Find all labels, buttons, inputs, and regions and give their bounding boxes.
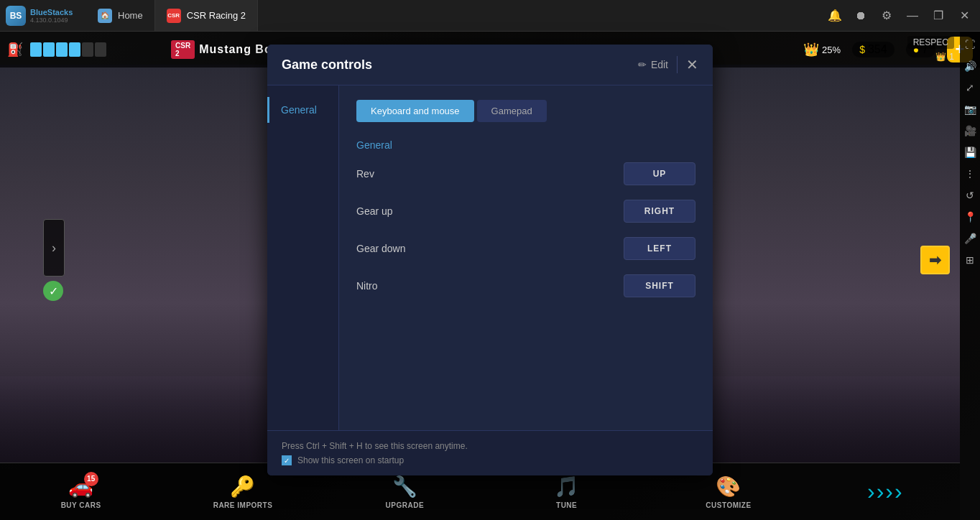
gear-down-control-row: Gear down LEFT xyxy=(356,237,695,260)
rev-key: UP xyxy=(653,169,667,179)
race-arrow-4: › xyxy=(895,478,902,505)
expand-btn[interactable]: ⤢ xyxy=(961,78,979,98)
customize-icon: 🎨 xyxy=(716,475,741,498)
footer-text-area: Press Ctrl + Shift + H to see this scree… xyxy=(282,441,468,465)
fullscreen-btn[interactable]: ⛶ xyxy=(961,34,979,55)
crown-area: 👑 1 xyxy=(935,52,954,62)
location-btn[interactable]: 📍 xyxy=(961,207,979,227)
fuel-bar-6 xyxy=(95,42,106,57)
rare-imports-btn[interactable]: 🔑 RARE IMPORTS xyxy=(162,469,323,515)
top-bar: BS BlueStacks 4.130.0.1049 🏠 Home CSR CS… xyxy=(0,0,980,32)
crown-icon: 👑 xyxy=(935,52,946,62)
camera-btn[interactable]: 🎥 xyxy=(961,121,979,141)
buy-cars-badge: 15 xyxy=(84,472,98,486)
game-controls-dialog: Game controls ✏ Edit ✕ General Keyboard … xyxy=(267,45,713,475)
rev-label: Rev xyxy=(356,168,624,180)
settings-btn[interactable]: ⚙ xyxy=(877,6,897,26)
gamepad-label: Gamepad xyxy=(491,106,532,116)
volume-btn[interactable]: 🔊 xyxy=(961,56,979,76)
upgrade-icon: 🔧 xyxy=(392,475,417,498)
tune-label: TUNE xyxy=(556,501,577,509)
nitro-label: Nitro xyxy=(356,280,624,292)
nitro-key-btn[interactable]: SHIFT xyxy=(624,274,695,297)
customize-btn[interactable]: 🎨 CUSTOMIZE xyxy=(647,469,809,515)
sidebar-general-label: General xyxy=(281,104,317,116)
gear-up-key: RIGHT xyxy=(644,206,675,216)
screenshot-btn[interactable]: 📷 xyxy=(961,99,979,119)
gold-value: 354 xyxy=(868,43,887,56)
tune-icon: 🎵 xyxy=(554,475,579,498)
crown-count: 1 xyxy=(949,52,954,62)
bluestacks-text: BlueStacks 4.130.0.1049 xyxy=(30,8,73,24)
minimize-btn[interactable]: — xyxy=(902,6,923,26)
audio-btn[interactable]: 🎤 xyxy=(961,228,979,249)
keyboard-mouse-tab[interactable]: Keyboard and mouse xyxy=(356,100,474,122)
rev-key-btn[interactable]: UP xyxy=(624,162,695,185)
edit-label: Edit xyxy=(651,59,668,70)
notification-btn[interactable]: 🔔 xyxy=(825,6,845,26)
race-arrow-2: › xyxy=(877,478,884,505)
restore-btn[interactable]: ❐ xyxy=(928,6,948,26)
dialog-close-btn[interactable]: ✕ xyxy=(686,57,698,72)
percentage-icon: 👑 xyxy=(803,42,819,57)
csr2-tab-icon: CSR xyxy=(167,9,181,23)
dialog-footer: Press Ctrl + Shift + H to see this scree… xyxy=(267,430,713,475)
upgrade-btn[interactable]: 🔧 UPGRADE xyxy=(324,469,486,515)
sidebar-item-general[interactable]: General xyxy=(267,97,338,123)
gear-down-label: Gear down xyxy=(356,243,624,254)
race-btn[interactable]: › › › › xyxy=(810,478,960,505)
control-tab-bar: Keyboard and mouse Gamepad xyxy=(356,100,695,122)
race-arrow-1: › xyxy=(867,478,875,505)
extra-btn[interactable]: ⊞ xyxy=(961,250,979,270)
tab-home-label: Home xyxy=(118,10,143,21)
shortcut-text: Press Ctrl + Shift + H to see this scree… xyxy=(282,441,468,451)
gold-stat: $ 354 xyxy=(852,42,895,57)
tab-csr2[interactable]: CSR CSR Racing 2 xyxy=(155,0,258,31)
collapse-arrow[interactable]: › xyxy=(43,219,65,277)
tune-btn[interactable]: 🎵 TUNE xyxy=(486,469,647,515)
rare-imports-label: RARE IMPORTS xyxy=(213,501,273,509)
edit-icon: ✏ xyxy=(638,59,647,70)
section-title: General xyxy=(356,139,695,151)
keyboard-mouse-label: Keyboard and mouse xyxy=(371,106,460,116)
gear-up-control-row: Gear up RIGHT xyxy=(356,200,695,223)
fuel-icon: ⛽ xyxy=(7,42,23,57)
gold-icon: $ xyxy=(859,44,865,55)
bluestacks-logo: BS BlueStacks 4.130.0.1049 xyxy=(0,6,86,26)
fuel-bar-3 xyxy=(56,42,68,57)
save-state-btn[interactable]: 💾 xyxy=(961,142,979,162)
race-arrows: › › › › xyxy=(867,478,902,505)
app-name: BlueStacks xyxy=(30,8,73,17)
yellow-arrow-box: ➡ xyxy=(920,246,950,274)
rare-imports-icon: 🔑 xyxy=(230,475,255,498)
left-arrow-panel: › ✓ xyxy=(43,219,65,301)
nitro-control-row: Nitro SHIFT xyxy=(356,274,695,297)
fuel-bar-1 xyxy=(30,42,42,57)
rotate-btn[interactable]: ↺ xyxy=(961,185,979,205)
tab-home[interactable]: 🏠 Home xyxy=(86,0,155,31)
buy-cars-btn[interactable]: 🚗 BUY CARS 15 xyxy=(0,469,162,515)
dialog-header: Game controls ✏ Edit ✕ xyxy=(267,45,713,85)
gamepad-tab[interactable]: Gamepad xyxy=(477,100,547,122)
customize-label: CUSTOMIZE xyxy=(706,501,751,509)
edit-btn[interactable]: ✏ Edit xyxy=(629,56,678,73)
check-icon: ✓ xyxy=(49,284,58,298)
startup-checkbox[interactable]: ✓ xyxy=(282,455,292,465)
dialog-content: Keyboard and mouse Gamepad General Rev U… xyxy=(339,85,713,430)
fuel-bar-4 xyxy=(69,42,80,57)
fuel-bars xyxy=(30,42,106,57)
home-tab-icon: 🏠 xyxy=(98,9,112,23)
dialog-body: General Keyboard and mouse Gamepad Gener… xyxy=(267,85,713,430)
upgrade-label: UPGRADE xyxy=(386,501,425,509)
gear-up-key-btn[interactable]: RIGHT xyxy=(624,200,695,223)
record-btn[interactable]: ⏺ xyxy=(851,6,871,26)
gear-down-key-btn[interactable]: LEFT xyxy=(624,237,695,260)
close-btn[interactable]: ✕ xyxy=(954,6,974,26)
more-btn[interactable]: ⋮ xyxy=(961,164,979,184)
right-sidebar: ⛶ 🔊 ⤢ 📷 🎥 💾 ⋮ ↺ 📍 🎤 ⊞ xyxy=(960,32,980,520)
csr-badge: CSR2 xyxy=(171,40,195,59)
fuel-bar-2 xyxy=(43,42,55,57)
tab-csr2-label: CSR Racing 2 xyxy=(187,10,246,21)
bluestacks-icon: BS xyxy=(6,6,26,26)
gear-up-label: Gear up xyxy=(356,205,624,217)
